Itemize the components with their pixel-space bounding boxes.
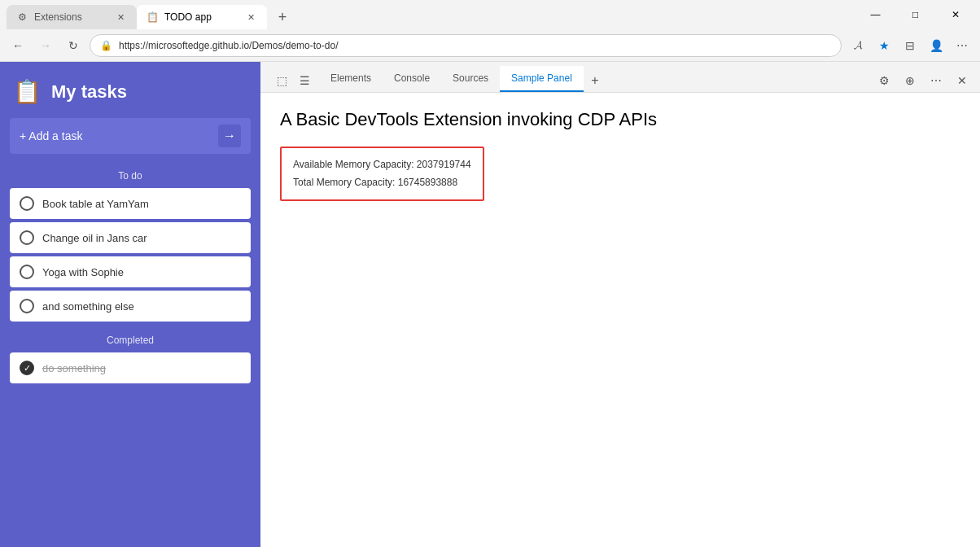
devtools-panel: ⬚ ☰ Elements Console Sources Sample Pane… xyxy=(260,62,980,547)
todo-section-label: To do xyxy=(0,167,260,188)
total-memory-label: Total Memory Capacity: 16745893888 xyxy=(293,174,471,192)
address-input[interactable]: 🔒 https://microsoftedge.github.io/Demos/… xyxy=(90,34,842,57)
available-memory-label: Available Memory Capacity: 2037919744 xyxy=(293,156,471,174)
lock-icon: 🔒 xyxy=(100,40,112,51)
task-item[interactable]: Book table at YamYam xyxy=(10,188,251,219)
completed-section: Completed ✓ do something xyxy=(0,331,260,383)
tab-extensions-label: Extensions xyxy=(34,11,107,23)
add-task-arrow-icon: → xyxy=(223,129,236,143)
refresh-button[interactable]: ↻ xyxy=(62,34,85,57)
add-task-bar[interactable]: + Add a task → xyxy=(10,118,251,154)
devtools-connect-icon[interactable]: ⊕ xyxy=(899,69,921,92)
settings-icon[interactable]: ⋯ xyxy=(951,34,973,57)
add-task-button[interactable]: → xyxy=(218,125,241,147)
tab-todo-close[interactable]: ✕ xyxy=(244,11,257,24)
completed-section-label: Completed xyxy=(0,331,260,352)
task-checkbox-1[interactable] xyxy=(20,196,34,211)
task-text-1: Book table at YamYam xyxy=(42,198,149,210)
extensions-icon: ⚙ xyxy=(16,11,28,23)
devtools-more-icon[interactable]: ⋯ xyxy=(925,69,947,92)
tab-todo[interactable]: 📋 TODO app ✕ xyxy=(137,5,267,29)
tab-extensions[interactable]: ⚙ Extensions ✕ xyxy=(7,5,137,29)
task-text-2: Change oil in Jans car xyxy=(42,232,147,244)
devtools-inspect-icons: ⬚ ☰ xyxy=(267,69,319,92)
devtools-close-icon[interactable]: ✕ xyxy=(951,69,973,92)
add-task-label: + Add a task xyxy=(20,129,212,142)
browser-frame: ⚙ Extensions ✕ 📋 TODO app ✕ + — □ ✕ ← → … xyxy=(0,0,980,547)
task-text-5: do something xyxy=(42,362,106,374)
task-item[interactable]: Yoga with Sophie xyxy=(10,256,251,287)
todo-app-title: My tasks xyxy=(51,81,127,103)
read-aloud-icon[interactable]: 𝓐 xyxy=(847,34,869,57)
tab-extensions-close[interactable]: ✕ xyxy=(114,11,127,24)
profile-icon[interactable]: 👤 xyxy=(925,34,947,57)
completed-task-item[interactable]: ✓ do something xyxy=(10,352,251,383)
back-button[interactable]: ← xyxy=(7,34,29,57)
task-checkbox-5[interactable]: ✓ xyxy=(20,361,34,375)
forward-button[interactable]: → xyxy=(34,34,57,57)
todo-tab-icon: 📋 xyxy=(147,11,158,23)
devtools-tab-console[interactable]: Console xyxy=(383,66,441,92)
memory-info-box: Available Memory Capacity: 2037919744 To… xyxy=(280,147,484,201)
window-controls: — □ ✕ xyxy=(857,2,973,27)
devtools-tab-elements[interactable]: Elements xyxy=(319,66,383,92)
title-bar: ⚙ Extensions ✕ 📋 TODO app ✕ + — □ ✕ xyxy=(0,0,980,29)
collections-icon[interactable]: ⊟ xyxy=(899,34,921,57)
task-text-4: and something else xyxy=(42,300,134,313)
favorites-icon[interactable]: ★ xyxy=(873,34,895,57)
devtools-tab-sample-panel[interactable]: Sample Panel xyxy=(500,66,584,92)
task-checkbox-2[interactable] xyxy=(20,230,34,245)
inspect-element-icon[interactable]: ⬚ xyxy=(270,69,293,92)
close-button[interactable]: ✕ xyxy=(937,2,973,27)
todo-app-icon: 📋 xyxy=(13,78,42,105)
task-item[interactable]: Change oil in Jans car xyxy=(10,222,251,253)
devtools-heading: A Basic DevTools Extension invoking CDP … xyxy=(280,109,960,130)
tab-group: ⚙ Extensions ✕ 📋 TODO app ✕ + xyxy=(7,0,857,29)
devtools-tabs: ⬚ ☰ Elements Console Sources Sample Pane… xyxy=(260,62,980,93)
main-content: 📋 My tasks + Add a task → To do Book tab… xyxy=(0,62,980,547)
task-checkbox-3[interactable] xyxy=(20,265,34,279)
new-tab-button[interactable]: + xyxy=(270,5,295,29)
task-text-3: Yoga with Sophie xyxy=(42,266,124,278)
devtools-content: A Basic DevTools Extension invoking CDP … xyxy=(260,93,980,547)
maximize-button[interactable]: □ xyxy=(897,2,934,27)
completed-task-list: ✓ do something xyxy=(0,352,260,383)
devtools-add-tab-icon[interactable]: + xyxy=(584,69,606,92)
tab-todo-label: TODO app xyxy=(164,11,238,23)
todo-task-list: Book table at YamYam Change oil in Jans … xyxy=(0,188,260,322)
devtools-tab-sources[interactable]: Sources xyxy=(441,66,500,92)
devtools-toolbar-icons: ⚙ ⊕ ⋯ ✕ xyxy=(873,69,973,92)
task-item[interactable]: and something else xyxy=(10,291,251,322)
address-icons: 𝓐 ★ ⊟ 👤 ⋯ xyxy=(847,34,973,57)
address-bar: ← → ↻ 🔒 https://microsoftedge.github.io/… xyxy=(0,29,980,62)
devtools-settings-icon[interactable]: ⚙ xyxy=(873,69,895,92)
address-text: https://microsoftedge.github.io/Demos/de… xyxy=(119,40,338,51)
minimize-button[interactable]: — xyxy=(857,2,894,27)
device-emulation-icon[interactable]: ☰ xyxy=(293,69,316,92)
task-checkbox-4[interactable] xyxy=(20,299,34,313)
todo-header: 📋 My tasks xyxy=(0,62,260,118)
todo-sidebar: 📋 My tasks + Add a task → To do Book tab… xyxy=(0,62,260,547)
